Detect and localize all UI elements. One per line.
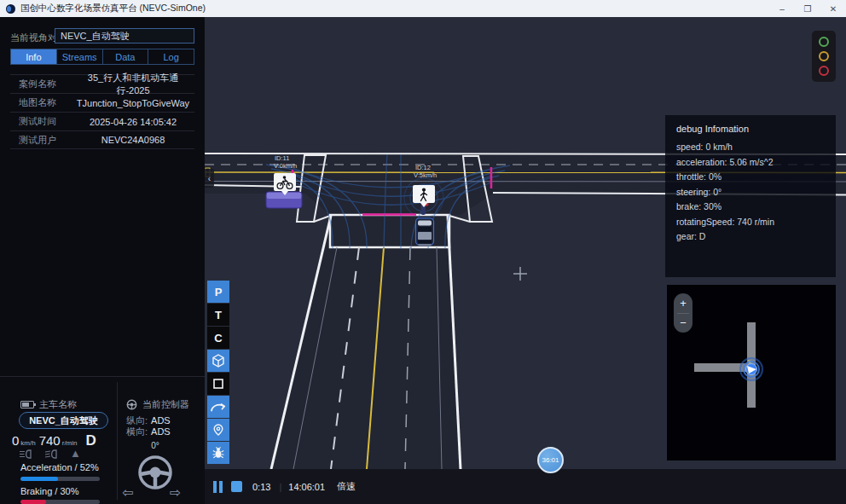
time-separator: | [279,482,281,492]
minimap-zoom-control: + − [674,293,692,333]
green-light-icon [819,37,829,47]
field-row-case-name: 案例名称 35_行人和非机动车通行-2025 [10,74,194,93]
cyclist-id-label: ID:11 [275,154,289,162]
vehicle-name-header: 主车名称 [20,398,77,411]
sidebar-collapse-handle[interactable]: ‹ [205,169,214,188]
close-button[interactable]: ✕ [820,0,846,17]
hazard-warning-icon: ▲ [70,449,81,459]
cyclist-speed-label: V:0km/h [274,162,297,170]
zoom-in-button[interactable]: + [674,293,692,313]
high-beam-icon [44,449,60,459]
field-value: 2025-04-26 14:05:42 [72,117,194,127]
debug-rotating-speed: rotatingSpeed: 740 r/min [676,215,825,230]
minimize-button[interactable]: – [769,0,795,17]
field-label: 地图名称 [10,96,72,109]
low-beam-icon [19,449,34,459]
speed-value: 0 [12,433,19,448]
tab-streams[interactable]: Streams [56,49,102,64]
countdown-timer-badge[interactable]: 36:01 [537,447,564,473]
pedestrian-id-label: ID:12 [415,164,431,171]
steer-left-arrow-icon: ⇦ [122,484,133,501]
braking-bar [20,500,100,504]
pause-button[interactable] [213,481,223,493]
yellow-light-icon [819,51,829,61]
field-label: 测试时间 [10,115,72,128]
viewport-3d[interactable]: ID:11 V:0km/h ID:12 V:5km [205,17,846,469]
gear-indicator: D [86,432,96,449]
tool-c-button[interactable]: C [207,327,229,349]
field-value: TJunction_StopToGiveWay [72,98,194,108]
title-bar: 国创中心数字化场景仿真平台 (NEVC-SimOne) – ❐ ✕ [0,0,846,17]
steer-right-arrow-icon: ⇨ [170,484,181,501]
vehicle-name-label: 主车名称 [39,398,77,411]
bug-icon [212,446,225,460]
braking-label: Braking / 30% [20,486,78,496]
square-icon [212,377,225,391]
cube-icon [212,354,225,368]
app-logo-icon [6,4,15,14]
traffic-light-indicator [812,31,836,82]
rpm-value: 740 [39,433,61,448]
tool-debug-button[interactable] [207,442,229,464]
restore-button[interactable]: ❐ [795,0,820,17]
elapsed-time: 0:13 [252,482,270,492]
playback-speed-button[interactable]: 倍速 [337,480,356,493]
braking-bar-fill [20,500,46,504]
debug-steering: steering: 0° [676,185,825,200]
tab-log[interactable]: Log [148,49,194,64]
ego-vehicle[interactable] [416,218,434,246]
minimap-panel[interactable]: + − [667,285,836,461]
debug-throttle: throttle: 0% [676,170,825,185]
field-label: 案例名称 [10,78,72,90]
vehicle-name-button[interactable]: NEVC_自动驾驶 [19,412,108,429]
tool-2d-view-button[interactable] [207,373,229,395]
playback-bar: 0:13 | 14:06:01 倍速 [205,469,846,504]
lateral-value: ADS [151,426,171,437]
field-value: NEVC24A0968 [72,135,194,145]
tab-info[interactable]: Info [11,49,56,64]
steering-wheel-mini-icon [126,399,137,410]
field-value: 35_行人和非机动车通行-2025 [72,72,194,97]
speed-unit: km/h [20,439,35,447]
clock-time: 14:06:01 [288,482,325,492]
lateral-label: 横向: [126,426,148,437]
tool-3d-view-button[interactable] [207,350,229,372]
debug-info-panel: debug Infomation speed: 0 km/h accelerat… [665,115,836,277]
debug-gear: gear: D [676,229,825,245]
cyclist-vehicle-box[interactable] [266,192,302,208]
tool-trajectory-button[interactable] [207,396,229,418]
controller-header: 当前控制器 [126,398,189,411]
battery-icon [20,401,34,408]
tool-t-button[interactable]: T [207,304,229,326]
speed-readout: 0 km/h 740 r/min D [12,432,113,449]
pedestrian-speed-label: V:5km/h [414,171,437,179]
longitudinal-label: 纵向: [126,415,148,426]
field-label: 测试用户 [10,134,72,147]
longitudinal-value: ADS [151,415,171,426]
tool-p-button[interactable]: P [207,281,229,303]
viewport-toolbar: P T C [207,281,229,464]
acceleration-bar-fill [20,477,58,481]
debug-acceleration: acceleration: 5.06 m/s^2 [676,155,825,171]
vehicle-status-panel: 主车名称 NEVC_自动驾驶 0 km/h 740 r/min D ▲ [0,376,205,504]
controller-label: 当前控制器 [142,398,189,411]
field-row-test-time: 测试时间 2025-04-26 14:05:42 [10,112,194,130]
sidebar: 当前视角对象 Info Streams Data Log 案例名称 35_行人和… [0,17,205,504]
acceleration-label: Acceleration / 52% [20,462,99,472]
window-title: 国创中心数字化场景仿真平台 (NEVC-SimOne) [20,3,206,14]
tool-locate-button[interactable] [207,419,229,441]
steering-angle-value: 0° [118,441,193,450]
zoom-out-button[interactable]: − [674,314,692,333]
acceleration-bar [20,477,100,481]
location-pin-icon [212,423,225,437]
curve-arrow-icon [209,399,228,414]
stop-button[interactable] [231,481,242,492]
case-info-list: 案例名称 35_行人和非机动车通行-2025 地图名称 TJunction_St… [10,74,194,149]
debug-title: debug Infomation [676,122,825,136]
debug-brake: brake: 30% [676,200,825,215]
view-object-input[interactable] [55,28,194,43]
app-window: 国创中心数字化场景仿真平台 (NEVC-SimOne) – ❐ ✕ 当前视角对象… [0,0,846,504]
rpm-unit: r/min [62,439,78,447]
tab-data[interactable]: Data [102,49,148,64]
red-light-icon [819,66,829,76]
